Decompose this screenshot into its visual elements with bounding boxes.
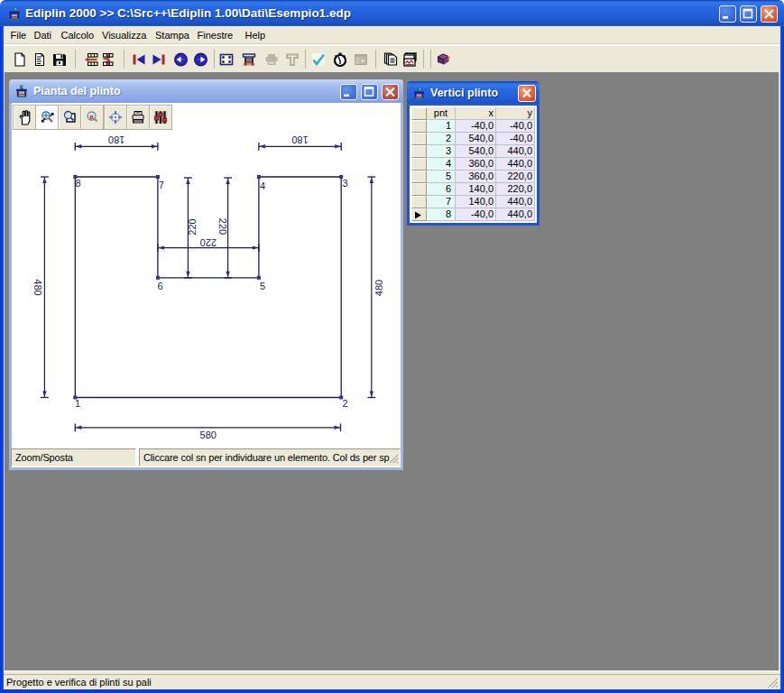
svg-text:180: 180 — [291, 134, 308, 145]
svg-text:a: a — [90, 113, 95, 121]
svg-text:4: 4 — [260, 180, 265, 191]
svg-text:220: 220 — [200, 237, 217, 248]
svg-text:220: 220 — [217, 218, 228, 235]
svg-text:8: 8 — [76, 178, 81, 189]
svg-text:6: 6 — [158, 281, 163, 291]
svg-text:220: 220 — [187, 218, 198, 235]
svg-text:580: 580 — [200, 430, 217, 440]
svg-text:1: 1 — [75, 398, 80, 409]
svg-text:3: 3 — [343, 178, 348, 189]
svg-text:2: 2 — [343, 398, 348, 409]
svg-text:7: 7 — [159, 180, 164, 190]
svg-text:480: 480 — [32, 279, 43, 295]
svg-text:480: 480 — [374, 280, 384, 296]
svg-text:180: 180 — [108, 134, 125, 145]
svg-text:5: 5 — [260, 281, 265, 291]
